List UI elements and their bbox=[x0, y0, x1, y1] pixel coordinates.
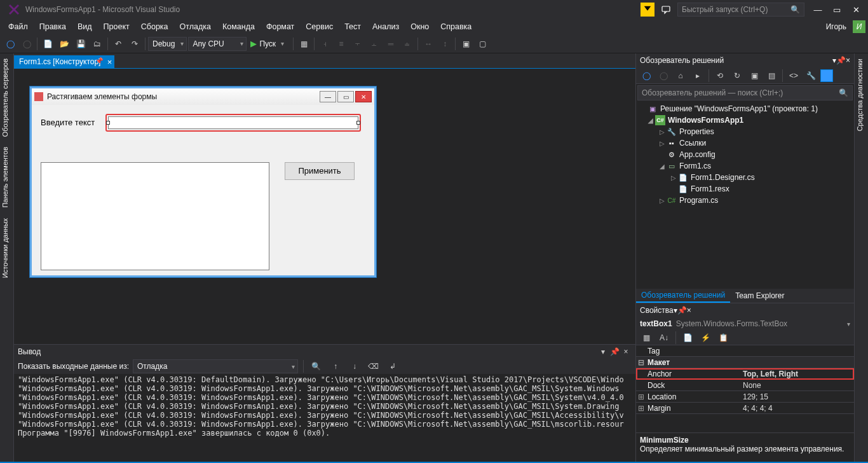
tab-server-explorer[interactable]: Обозреватель серверов bbox=[0, 53, 13, 142]
tree-references-node[interactable]: ▷▪▪Ссылки bbox=[636, 137, 854, 149]
pin-icon[interactable]: 📌 bbox=[95, 57, 103, 64]
menu-window[interactable]: Окно bbox=[405, 20, 435, 33]
menu-analyze[interactable]: Анализ bbox=[367, 20, 405, 33]
prop-category-layout[interactable]: ⊟Макет bbox=[636, 357, 854, 368]
se-close-icon[interactable]: × bbox=[846, 56, 850, 65]
se-preview-toggle-icon[interactable] bbox=[820, 69, 833, 82]
apply-button[interactable]: Применить bbox=[285, 162, 355, 180]
bring-front-icon[interactable]: ▣ bbox=[458, 36, 473, 52]
output-next-icon[interactable]: ↓ bbox=[347, 359, 362, 374]
prop-row-location[interactable]: ⊞Location129; 15 bbox=[636, 391, 854, 403]
send-back-icon[interactable]: ▢ bbox=[475, 36, 490, 52]
se-properties-icon[interactable]: 🔧 bbox=[803, 68, 818, 83]
categorized-icon[interactable]: ▦ bbox=[639, 330, 654, 345]
output-find-icon[interactable]: 🔍 bbox=[309, 359, 324, 374]
menu-team[interactable]: Команда bbox=[217, 20, 261, 33]
start-button[interactable]: ▶Пуск▾ bbox=[248, 39, 290, 48]
platform-combo[interactable]: Any CPU bbox=[188, 37, 247, 51]
tree-form1cs-node[interactable]: ◢▭Form1.cs bbox=[636, 160, 854, 172]
nav-back-icon[interactable]: ◯ bbox=[3, 36, 18, 52]
output-text[interactable]: "WindowsFormsApp1.exe" (CLR v4.0.30319: … bbox=[14, 374, 635, 462]
user-name[interactable]: Игорь bbox=[822, 20, 850, 33]
se-refresh-icon[interactable]: ↻ bbox=[729, 68, 745, 83]
winform-preview[interactable]: Растягиваем элементы формы — ▭ ✕ Введите… bbox=[30, 86, 376, 277]
output-pin-icon[interactable]: 📌 bbox=[609, 347, 620, 356]
undo-icon[interactable]: ↶ bbox=[111, 36, 126, 52]
feedback-icon[interactable] bbox=[658, 2, 674, 17]
properties-object-selector[interactable]: textBox1 System.Windows.Forms.TextBox ▾ bbox=[636, 317, 854, 330]
prop-row-margin[interactable]: ⊞Margin4; 4; 4; 4 bbox=[636, 403, 854, 414]
close-button[interactable]: ✕ bbox=[846, 1, 865, 18]
menu-file[interactable]: Файл bbox=[3, 20, 34, 33]
prop-row-dock[interactable]: DockNone bbox=[636, 380, 854, 391]
resize-handle-left[interactable] bbox=[106, 121, 110, 125]
tab-solution-explorer[interactable]: Обозреватель решений bbox=[636, 289, 730, 303]
textbox1[interactable] bbox=[108, 116, 358, 129]
close-tab-icon[interactable]: × bbox=[107, 57, 112, 67]
menu-service[interactable]: Сервис bbox=[300, 20, 339, 33]
minimize-button[interactable]: — bbox=[808, 1, 827, 18]
output-wrap-icon[interactable]: ↲ bbox=[385, 359, 400, 374]
se-code-icon[interactable]: <> bbox=[786, 68, 801, 83]
resize-handle-right[interactable] bbox=[356, 121, 360, 125]
menu-view[interactable]: Вид bbox=[72, 20, 98, 33]
props-close-icon[interactable]: × bbox=[687, 306, 691, 315]
se-pin-icon[interactable]: 📌 bbox=[836, 56, 846, 65]
se-showall-icon[interactable]: ▤ bbox=[764, 68, 779, 83]
tab-toolbox[interactable]: Панель элементов bbox=[0, 142, 13, 213]
menu-edit[interactable]: Правка bbox=[34, 20, 72, 33]
solution-explorer-search[interactable]: Обозреватель решений — поиск (Ctrl+;) 🔍 bbox=[637, 85, 853, 100]
prop-row-anchor[interactable]: AnchorTop, Left, Right bbox=[636, 368, 854, 380]
config-combo[interactable]: Debug bbox=[148, 37, 187, 51]
notification-flag-icon[interactable] bbox=[641, 3, 654, 17]
se-sync-icon[interactable]: ⟲ bbox=[712, 68, 728, 83]
props-pin-icon[interactable]: 📌 bbox=[677, 306, 687, 315]
tree-solution-node[interactable]: ▣Решение "WindowsFormsApp1" (проектов: 1… bbox=[636, 103, 854, 114]
tree-programcs-node[interactable]: ▷C#Program.cs bbox=[636, 195, 854, 206]
save-icon[interactable]: 💾 bbox=[73, 36, 88, 52]
tab-data-sources[interactable]: Источники данных bbox=[0, 213, 13, 283]
menu-project[interactable]: Проект bbox=[98, 20, 135, 33]
tab-team-explorer[interactable]: Team Explorer bbox=[730, 289, 789, 302]
textbox-selected[interactable] bbox=[105, 114, 361, 132]
tree-project-node[interactable]: ◢C#WindowsFormsApp1 bbox=[636, 114, 854, 126]
listbox1[interactable] bbox=[41, 162, 269, 270]
alphabetical-icon[interactable]: A↓ bbox=[656, 330, 672, 345]
new-project-icon[interactable]: 📄 bbox=[40, 36, 55, 52]
open-icon[interactable]: 📂 bbox=[57, 36, 72, 52]
tree-form1designer-node[interactable]: ▷📄Form1.Designer.cs bbox=[636, 172, 854, 183]
tree-appconfig-node[interactable]: ⚙App.config bbox=[636, 149, 854, 160]
properties-grid[interactable]: Tag ⊟Макет AnchorTop, Left, Right DockNo… bbox=[636, 345, 854, 432]
align-tool-icon[interactable]: ▦ bbox=[296, 36, 311, 52]
se-scope-icon[interactable]: ▸ bbox=[690, 68, 705, 83]
property-pages-icon[interactable]: 📋 bbox=[715, 330, 731, 345]
redo-icon[interactable]: ↷ bbox=[127, 36, 142, 52]
save-all-icon[interactable]: 🗂 bbox=[90, 36, 105, 52]
maximize-button[interactable]: ▭ bbox=[827, 1, 846, 18]
menu-format[interactable]: Формат bbox=[261, 20, 300, 33]
output-dropdown-icon[interactable]: ▾ bbox=[597, 347, 609, 356]
se-back-icon[interactable]: ◯ bbox=[639, 68, 654, 83]
menu-build[interactable]: Сборка bbox=[135, 20, 174, 33]
se-collapse-icon[interactable]: ▣ bbox=[747, 68, 762, 83]
se-home-icon[interactable]: ⌂ bbox=[673, 68, 688, 83]
quick-launch-input[interactable]: Быстрый запуск (Ctrl+Q) 🔍 bbox=[677, 3, 804, 17]
output-prev-icon[interactable]: ↑ bbox=[328, 359, 343, 374]
output-source-combo[interactable]: Отладка bbox=[133, 359, 298, 373]
nav-fwd-icon[interactable]: ◯ bbox=[19, 36, 34, 52]
output-clear-icon[interactable]: ⌫ bbox=[366, 359, 381, 374]
tree-form1resx-node[interactable]: 📄Form1.resx bbox=[636, 183, 854, 195]
user-avatar[interactable]: И bbox=[853, 20, 865, 33]
events-icon[interactable]: ⚡ bbox=[698, 330, 713, 345]
menu-help[interactable]: Справка bbox=[435, 20, 477, 33]
menu-test[interactable]: Тест bbox=[339, 20, 367, 33]
output-close-icon[interactable]: × bbox=[620, 347, 632, 356]
tab-diagnostics[interactable]: Средства диагностики bbox=[855, 53, 868, 136]
prop-row-tag[interactable]: Tag bbox=[636, 345, 854, 357]
tree-properties-node[interactable]: ▷🔧Properties bbox=[636, 126, 854, 137]
solution-tree[interactable]: ▣Решение "WindowsFormsApp1" (проектов: 1… bbox=[636, 102, 854, 289]
props-icon[interactable]: 📄 bbox=[680, 330, 695, 345]
tab-form1-designer[interactable]: Form1.cs [Конструктор] 📌 × bbox=[14, 55, 114, 68]
designer-surface[interactable]: Растягиваем элементы формы — ▭ ✕ Введите… bbox=[14, 69, 635, 344]
menu-debug[interactable]: Отладка bbox=[174, 20, 217, 33]
